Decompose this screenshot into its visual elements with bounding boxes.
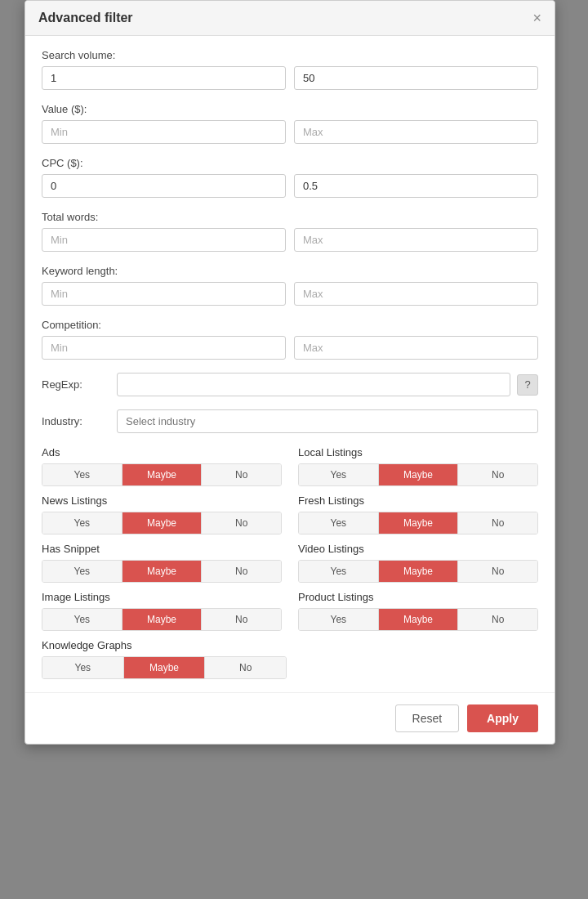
product-listings-no[interactable]: No xyxy=(458,609,537,630)
advanced-filter-modal: Advanced filter × Search volume: Value (… xyxy=(24,0,555,745)
knowledge-graphs-yes[interactable]: Yes xyxy=(42,657,124,678)
filter-ads: Ads Yes Maybe No xyxy=(42,446,282,486)
ads-yes[interactable]: Yes xyxy=(42,464,122,485)
close-button[interactable]: × xyxy=(532,11,541,25)
filter-image-listings: Image Listings Yes Maybe No xyxy=(42,591,282,631)
product-listings-yes[interactable]: Yes xyxy=(299,609,379,630)
knowledge-graphs-item: Knowledge Graphs Yes Maybe No xyxy=(42,639,538,679)
industry-select[interactable] xyxy=(117,409,538,433)
regexp-group: RegExp: ? xyxy=(42,373,538,396)
has-snippet-yes[interactable]: Yes xyxy=(42,561,122,582)
value-label: Value ($): xyxy=(42,103,538,115)
search-volume-min[interactable] xyxy=(42,66,286,90)
has-snippet-no[interactable]: No xyxy=(202,561,281,582)
search-volume-group: Search volume: xyxy=(42,49,538,90)
competition-inputs xyxy=(42,336,538,360)
filter-product-listings: Product Listings Yes Maybe No xyxy=(298,591,538,631)
knowledge-graphs-maybe[interactable]: Maybe xyxy=(124,657,206,678)
ads-maybe[interactable]: Maybe xyxy=(122,464,203,485)
product-listings-btn-group: Yes Maybe No xyxy=(298,608,538,631)
cpc-min[interactable] xyxy=(42,174,286,198)
local-listings-label: Local Listings xyxy=(298,446,538,458)
competition-min[interactable] xyxy=(42,336,286,360)
fresh-listings-maybe[interactable]: Maybe xyxy=(379,512,459,534)
total-words-inputs xyxy=(42,228,538,252)
video-listings-maybe[interactable]: Maybe xyxy=(379,561,459,582)
search-volume-max[interactable] xyxy=(294,66,538,90)
ads-btn-group: Yes Maybe No xyxy=(42,463,282,486)
total-words-group: Total words: xyxy=(42,211,538,252)
regexp-help-button[interactable]: ? xyxy=(517,374,538,396)
news-listings-btn-group: Yes Maybe No xyxy=(42,512,282,534)
filter-knowledge-graphs: Knowledge Graphs Yes Maybe No xyxy=(42,639,538,679)
regexp-row: ? xyxy=(117,373,538,396)
regexp-label: RegExp: xyxy=(42,378,107,391)
product-listings-maybe[interactable]: Maybe xyxy=(379,609,459,630)
value-min[interactable] xyxy=(42,120,286,144)
value-inputs xyxy=(42,120,538,144)
industry-inline: Industry: xyxy=(42,409,538,433)
knowledge-graphs-no[interactable]: No xyxy=(205,657,286,678)
industry-label: Industry: xyxy=(42,415,107,427)
total-words-max[interactable] xyxy=(294,228,538,252)
ads-no[interactable]: No xyxy=(202,464,281,485)
search-volume-inputs xyxy=(42,66,538,90)
cpc-max[interactable] xyxy=(294,174,538,198)
image-listings-no[interactable]: No xyxy=(202,609,281,630)
modal-body: Search volume: Value ($): CPC ($): Tot xyxy=(25,36,555,692)
competition-group: Competition: xyxy=(42,319,538,360)
regexp-input[interactable] xyxy=(117,373,510,396)
filter-has-snippet: Has Snippet Yes Maybe No xyxy=(42,543,282,583)
local-listings-btn-group: Yes Maybe No xyxy=(298,463,538,486)
industry-group: Industry: xyxy=(42,409,538,433)
knowledge-graphs-btn-group: Yes Maybe No xyxy=(42,656,287,679)
has-snippet-maybe[interactable]: Maybe xyxy=(122,561,203,582)
total-words-label: Total words: xyxy=(42,211,538,223)
image-listings-btn-group: Yes Maybe No xyxy=(42,608,282,631)
news-listings-maybe[interactable]: Maybe xyxy=(122,512,203,534)
video-listings-btn-group: Yes Maybe No xyxy=(298,560,538,583)
local-listings-no[interactable]: No xyxy=(458,464,537,485)
fresh-listings-no[interactable]: No xyxy=(458,512,537,534)
total-words-min[interactable] xyxy=(42,228,286,252)
filter-fresh-listings: Fresh Listings Yes Maybe No xyxy=(298,494,538,534)
competition-max[interactable] xyxy=(294,336,538,360)
keyword-length-max[interactable] xyxy=(294,282,538,306)
competition-label: Competition: xyxy=(42,319,538,331)
fresh-listings-label: Fresh Listings xyxy=(298,494,538,507)
search-volume-label: Search volume: xyxy=(42,49,538,61)
modal-title: Advanced filter xyxy=(38,11,133,25)
ads-label: Ads xyxy=(42,446,282,458)
local-listings-yes[interactable]: Yes xyxy=(299,464,379,485)
keyword-length-inputs xyxy=(42,282,538,306)
image-listings-maybe[interactable]: Maybe xyxy=(122,609,203,630)
video-listings-yes[interactable]: Yes xyxy=(299,561,379,582)
apply-button[interactable]: Apply xyxy=(467,704,538,732)
news-listings-yes[interactable]: Yes xyxy=(42,512,122,534)
cpc-inputs xyxy=(42,174,538,198)
cpc-group: CPC ($): xyxy=(42,157,538,198)
modal-footer: Reset Apply xyxy=(25,692,555,744)
news-listings-no[interactable]: No xyxy=(202,512,281,534)
filter-video-listings: Video Listings Yes Maybe No xyxy=(298,543,538,583)
video-listings-label: Video Listings xyxy=(298,543,538,555)
value-max[interactable] xyxy=(294,120,538,144)
image-listings-label: Image Listings xyxy=(42,591,282,603)
filter-local-listings: Local Listings Yes Maybe No xyxy=(298,446,538,486)
local-listings-maybe[interactable]: Maybe xyxy=(379,464,459,485)
cpc-label: CPC ($): xyxy=(42,157,538,169)
keyword-length-label: Keyword length: xyxy=(42,265,538,277)
has-snippet-label: Has Snippet xyxy=(42,543,282,555)
reset-button[interactable]: Reset xyxy=(395,704,460,732)
keyword-length-min[interactable] xyxy=(42,282,286,306)
fresh-listings-btn-group: Yes Maybe No xyxy=(298,512,538,534)
has-snippet-btn-group: Yes Maybe No xyxy=(42,560,282,583)
regexp-inline: RegExp: ? xyxy=(42,373,538,396)
image-listings-yes[interactable]: Yes xyxy=(42,609,122,630)
modal-header: Advanced filter × xyxy=(25,1,555,36)
fresh-listings-yes[interactable]: Yes xyxy=(299,512,379,534)
value-group: Value ($): xyxy=(42,103,538,144)
filter-news-listings: News Listings Yes Maybe No xyxy=(42,494,282,534)
video-listings-no[interactable]: No xyxy=(458,561,537,582)
news-listings-label: News Listings xyxy=(42,494,282,507)
